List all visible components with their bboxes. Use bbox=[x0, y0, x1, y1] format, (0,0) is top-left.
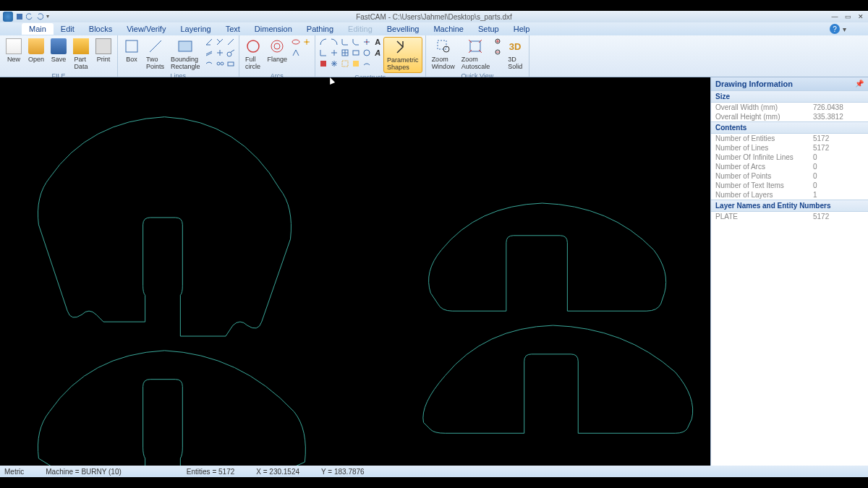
select-rect-icon[interactable] bbox=[340, 59, 350, 69]
menu-viewverify[interactable]: View/Verify bbox=[119, 23, 173, 35]
menu-blocks[interactable]: Blocks bbox=[82, 23, 119, 35]
flange-button[interactable]: Flange bbox=[265, 37, 291, 64]
menu-setup[interactable]: Setup bbox=[471, 23, 506, 35]
text-a2-icon[interactable]: A bbox=[373, 48, 383, 58]
open-button[interactable]: Open bbox=[25, 37, 47, 64]
arc-tool2-icon[interactable] bbox=[291, 48, 301, 58]
row-text-value: 0 bbox=[813, 181, 864, 189]
row-plate-value: 5172 bbox=[813, 213, 864, 221]
line-bisect-icon[interactable] bbox=[215, 48, 225, 58]
menu-dimension[interactable]: Dimension bbox=[247, 23, 299, 35]
statusbar: Metric Machine = BURNY (10) Entities = 5… bbox=[0, 466, 868, 477]
ribbon: New Open Save Part Data Print FILE Box T… bbox=[0, 35, 868, 77]
corner-icon[interactable] bbox=[318, 48, 328, 58]
qat-redo-icon[interactable] bbox=[36, 13, 43, 20]
zoom-window-button[interactable]: Zoom Window bbox=[429, 37, 458, 72]
text-a-icon[interactable]: A bbox=[373, 37, 383, 47]
fillet-icon[interactable] bbox=[340, 37, 350, 47]
line-tool8-icon[interactable] bbox=[215, 59, 225, 69]
row-entities-label: Number of Entities bbox=[715, 134, 813, 142]
fullcircle-button[interactable]: Full circle bbox=[242, 37, 264, 72]
intersect-icon[interactable] bbox=[362, 37, 372, 47]
boundingrect-label: Bounding Rectangle bbox=[171, 56, 200, 70]
ribbon-minimize-icon[interactable]: ▾ bbox=[843, 25, 846, 33]
box-button[interactable]: Box bbox=[121, 37, 142, 64]
menu-help[interactable]: Help bbox=[506, 23, 537, 35]
arc-small-icon[interactable] bbox=[362, 59, 372, 69]
lines-small-tools bbox=[204, 37, 236, 69]
row-lines-label: Number of Lines bbox=[715, 144, 813, 152]
line-tan2-icon[interactable] bbox=[226, 48, 236, 58]
line-angle-icon[interactable] bbox=[204, 37, 214, 47]
pin-icon[interactable]: 📌 bbox=[855, 80, 864, 87]
svg-point-18 bbox=[366, 41, 367, 43]
arc-tool1-icon[interactable] bbox=[291, 37, 301, 47]
burst-icon[interactable] bbox=[329, 59, 339, 69]
row-entities: Number of Entities5172 bbox=[711, 134, 868, 143]
save-button[interactable]: Save bbox=[48, 37, 69, 64]
svg-point-4 bbox=[227, 52, 231, 56]
zoom-autoscale-button[interactable]: Zoom Autoscale bbox=[459, 37, 493, 72]
maximize-button[interactable]: ▭ bbox=[842, 12, 854, 21]
svg-rect-20 bbox=[438, 40, 446, 49]
svg-line-2 bbox=[150, 40, 161, 52]
menu-main[interactable]: Main bbox=[22, 23, 54, 35]
line-tool7-icon[interactable] bbox=[204, 59, 214, 69]
parametric-shapes-label: Parametric Shapes bbox=[387, 56, 419, 71]
svg-point-10 bbox=[274, 43, 280, 49]
menu-bevelling[interactable]: Bevelling bbox=[380, 23, 427, 35]
line-tangent-icon[interactable] bbox=[226, 37, 236, 47]
row-inflines: Number Of Infinite Lines0 bbox=[711, 153, 868, 162]
new-button[interactable]: New bbox=[3, 37, 25, 64]
row-arcs-value: 0 bbox=[813, 163, 864, 171]
menu-pathing[interactable]: Pathing bbox=[299, 23, 341, 35]
line-parallel-icon[interactable] bbox=[204, 48, 214, 58]
chamfer-icon[interactable] bbox=[351, 37, 361, 47]
minimize-button[interactable]: — bbox=[829, 12, 841, 21]
row-width: Overall Width (mm)726.0438 bbox=[711, 103, 868, 112]
partdata-button[interactable]: Part Data bbox=[70, 37, 92, 72]
line-tool9-icon[interactable] bbox=[226, 59, 236, 69]
section-size-header: Size bbox=[711, 90, 868, 103]
window-title: FastCAM - C:\Users\Jahmel\Desktop\s_part… bbox=[356, 13, 512, 21]
status-x: X = 230.1524 bbox=[256, 468, 299, 476]
ribbon-group-arcs: Full circle Flange Arcs bbox=[239, 35, 316, 77]
qat-undo-icon[interactable] bbox=[26, 13, 33, 20]
panel-title: Drawing Information 📌 bbox=[711, 77, 868, 90]
row-width-label: Overall Width (mm) bbox=[715, 103, 813, 111]
menu-layering[interactable]: Layering bbox=[173, 23, 218, 35]
row-text: Number of Text Items0 bbox=[711, 181, 868, 190]
menu-edit[interactable]: Edit bbox=[54, 23, 82, 35]
line-perp-icon[interactable] bbox=[215, 37, 225, 47]
row-width-value: 726.0438 bbox=[813, 103, 864, 111]
print-label: Print bbox=[97, 56, 111, 63]
menu-machine[interactable]: Machine bbox=[426, 23, 471, 35]
print-button[interactable]: Print bbox=[93, 37, 114, 64]
arc-se-icon[interactable] bbox=[318, 37, 328, 47]
zoom-in-icon[interactable] bbox=[493, 37, 503, 47]
help-icon[interactable]: ? bbox=[830, 24, 840, 34]
menu-text[interactable]: Text bbox=[218, 23, 247, 35]
rect-icon[interactable] bbox=[351, 48, 361, 58]
parametric-shapes-button[interactable]: Parametric Shapes bbox=[383, 37, 422, 73]
stop-icon[interactable] bbox=[318, 59, 328, 69]
3d-solid-label: 3D Solid bbox=[508, 56, 522, 70]
drawing-canvas[interactable] bbox=[0, 77, 710, 466]
row-layers-value: 1 bbox=[813, 191, 864, 199]
close-button[interactable]: ✕ bbox=[855, 12, 867, 21]
app-icon[interactable] bbox=[3, 12, 13, 22]
twopoints-button[interactable]: Two Points bbox=[143, 37, 167, 72]
zoom-out-icon[interactable] bbox=[493, 48, 503, 58]
circle-small-icon[interactable] bbox=[362, 48, 372, 58]
row-points-value: 0 bbox=[813, 172, 864, 180]
qat-dropdown-icon[interactable]: ▾ bbox=[46, 13, 54, 20]
qat-save-icon[interactable] bbox=[16, 13, 23, 20]
arc-point-icon[interactable] bbox=[302, 37, 312, 47]
image-icon[interactable] bbox=[351, 59, 361, 69]
arc-ne-icon[interactable] bbox=[329, 37, 339, 47]
boundingrect-button[interactable]: Bounding Rectangle bbox=[168, 37, 203, 72]
grid-icon[interactable] bbox=[340, 48, 350, 58]
status-entities: Entities = 5172 bbox=[187, 468, 234, 476]
3d-solid-button[interactable]: 3D3D Solid bbox=[504, 37, 526, 72]
cross-icon[interactable] bbox=[329, 48, 339, 58]
